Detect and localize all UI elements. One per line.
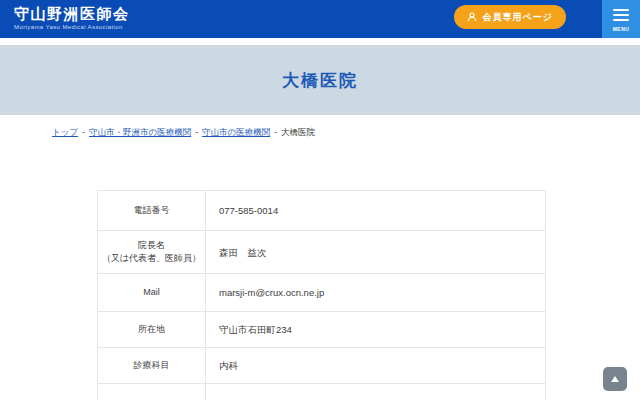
table-row-mail: Mail marsji-m@crux.ocn.ne.jp: [98, 274, 545, 312]
breadcrumb-link-moriyama-facilities[interactable]: 守山市の医療機関: [202, 127, 270, 137]
up-arrow-icon: [611, 376, 619, 382]
row-value-director: 森田 益次: [206, 231, 545, 273]
table-row-address: 所在地 守山市石田町234: [98, 312, 545, 348]
page: 守山野洲医師会 Moriyama Yasu Medical Associatio…: [0, 0, 640, 400]
row-label: 院長名 （又は代表者、医師員）: [98, 231, 206, 273]
site-title: 守山野洲医師会: [14, 5, 130, 22]
row-label: 院長からのメッセージ: [98, 384, 206, 400]
site-logo[interactable]: 守山野洲医師会 Moriyama Yasu Medical Associatio…: [14, 5, 130, 30]
row-value-phone: 077-585-0014: [206, 191, 545, 230]
row-value-message: 昭和36年10月に開設し、患者に寄り添っています: [206, 384, 545, 400]
menu-button[interactable]: MENU: [602, 0, 640, 38]
user-icon: [467, 12, 477, 22]
member-page-button-label: 会員専用ページ: [483, 11, 553, 24]
row-value-department: 内科: [206, 348, 545, 383]
breadcrumb-current: 大橋医院: [281, 127, 315, 137]
site-subtitle: Moriyama Yasu Medical Association: [14, 24, 130, 30]
page-title: 大橋医院: [282, 69, 358, 92]
menu-button-label: MENU: [613, 26, 630, 32]
table-row-director: 院長名 （又は代表者、医師員） 森田 益次: [98, 231, 545, 274]
row-label: 診療科目: [98, 348, 206, 383]
back-to-top-button[interactable]: [603, 367, 627, 391]
clinic-detail-table: 電話番号 077-585-0014 院長名 （又は代表者、医師員） 森田 益次 …: [97, 190, 546, 400]
breadcrumb-link-top[interactable]: トップ: [52, 127, 78, 137]
header: 守山野洲医師会 Moriyama Yasu Medical Associatio…: [0, 0, 640, 38]
hamburger-icon: [613, 9, 629, 11]
table-row-department: 診療科目 内科: [98, 348, 545, 384]
title-banner: 大橋医院: [0, 45, 640, 115]
table-row-phone: 電話番号 077-585-0014: [98, 191, 545, 231]
table-row-message: 院長からのメッセージ 昭和36年10月に開設し、患者に寄り添っています: [98, 384, 545, 400]
row-label: 所在地: [98, 312, 206, 347]
row-value-address: 守山市石田町234: [206, 312, 545, 347]
row-label: 電話番号: [98, 191, 206, 230]
row-label: Mail: [98, 274, 206, 311]
member-page-button[interactable]: 会員専用ページ: [454, 5, 566, 29]
breadcrumb-separator: -: [82, 127, 85, 137]
breadcrumb-link-moriyama-yasu-facilities[interactable]: 守山市・野洲市の医療機関: [89, 127, 191, 137]
row-value-mail: marsji-m@crux.ocn.ne.jp: [206, 274, 545, 311]
breadcrumb: トップ-守山市・野洲市の医療機関-守山市の医療機関-大橋医院: [52, 127, 315, 139]
